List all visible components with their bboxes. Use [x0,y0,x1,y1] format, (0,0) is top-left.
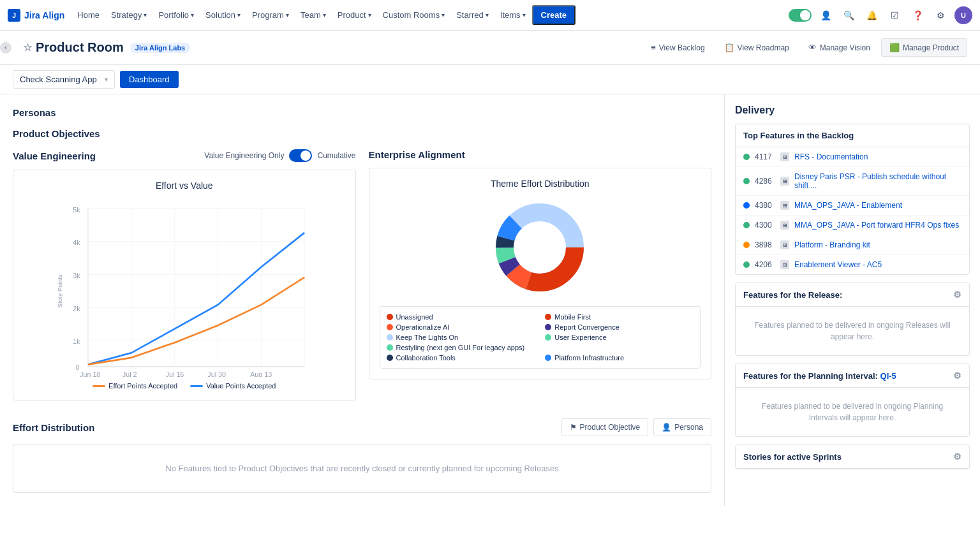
effort-legend-item: Effort Points Accepted [93,382,177,390]
feature-link-4206[interactable]: Enablement Viewer - AC5 [794,260,882,269]
nav-custom-rooms[interactable]: Custom Rooms ▾ [378,6,450,24]
effort-vs-value-chart-container: Effort vs Value 5k 4k 3k 2k 1k 0 [13,170,356,400]
feature-link-4286[interactable]: Disney Paris PSR - Publish schedule with… [794,172,961,190]
app-logo[interactable]: J Jira Align [8,9,64,22]
features-planning-card: Features for the Planning Interval: QI-5… [735,364,970,437]
app-dropdown[interactable]: Check Scanning App ▾ [13,70,115,89]
view-backlog-button[interactable]: ≡ View Backlog [642,38,713,57]
delivery-title: Delivery [735,105,970,116]
value-legend-label: Value Points Accepted [206,382,276,390]
feature-icon-4286: ⊞ [780,177,789,186]
svg-text:4k: 4k [73,239,80,246]
nav-portfolio[interactable]: Portfolio ▾ [153,6,199,24]
stories-sprints-title: Stories for active Sprints [743,452,842,462]
product-manage-icon: 🟩 [889,43,900,52]
feature-dot-4117 [743,154,750,160]
nav-items[interactable]: Items ▾ [495,6,531,24]
program-caret: ▾ [286,11,289,18]
feature-link-4300[interactable]: MMA_OPS_JAVA - Port forward HFR4 Ops fix… [794,221,959,230]
nav-team[interactable]: Team ▾ [295,6,331,24]
create-button[interactable]: Create [532,5,575,25]
logo-icon: J [8,9,20,22]
backlog-icon: ≡ [651,43,656,52]
value-engineering-toggle[interactable] [289,149,312,162]
product-objectives-section: Product Objectives [13,128,711,139]
enterprise-alignment-col: Enterprise Alignment Theme Effort Distri… [369,149,712,413]
effort-legend-label: Effort Points Accepted [108,382,177,390]
chart-title: Effort vs Value [24,180,345,191]
nav-home[interactable]: Home [72,6,105,24]
avatar[interactable]: U [954,6,972,24]
theme-distribution-title: Theme Effort Distribution [380,179,701,189]
persona-button[interactable]: 👤 Persona [653,418,711,436]
cumulative-label: Cumulative [317,151,355,160]
page-badge: Jira Align Labs [130,43,190,53]
manage-vision-button[interactable]: 👁 Manage Vision [800,38,879,57]
view-roadmap-button[interactable]: 📋 View Roadmap [716,38,798,57]
effort-distribution-title: Effort Distribution [13,422,94,433]
restyling-dot [387,344,393,351]
manage-product-button[interactable]: 🟩 Manage Product [881,38,967,57]
nav-program[interactable]: Program ▾ [247,6,294,24]
right-panel: Delivery Top Features in the Backlog 411… [725,94,980,506]
feature-dot-4380 [743,202,750,209]
page-title: ☆ Product Room [23,40,124,55]
help-icon[interactable]: ❓ [909,6,926,24]
product-objective-button[interactable]: ⚑ Product Objective [561,418,649,436]
top-navigation: J Jira Align Home Strategy ▾ Portfolio ▾… [0,0,980,31]
effort-empty-state: No Features tied to Product Objectives t… [13,444,711,493]
notifications-icon[interactable]: 🔔 [863,6,880,24]
planning-empty-state: Features planned to be delivered in ongo… [736,388,969,436]
feature-link-4117[interactable]: RFS - Documentation [794,152,868,161]
legend-collaboration-tools: Collaboration Tools [387,354,535,362]
legend-keep-lights-on: Keep The Lights On [387,334,535,341]
nav-product[interactable]: Product ▾ [332,6,376,24]
value-engineering-header: Value Engineering Value Engineering Only… [13,149,356,162]
toggle-circle [301,151,311,161]
feature-dot-4206 [743,261,750,268]
features-list: 4117 ⊞ RFS - Documentation 4286 ⊞ Disney… [736,147,969,274]
release-settings-icon[interactable]: ⚙ [953,290,961,300]
dashboard-button[interactable]: Dashboard [120,71,179,88]
feature-link-3898[interactable]: Platform - Branding kit [794,240,870,249]
nav-menu: Home Strategy ▾ Portfolio ▾ Solution ▾ P… [72,5,781,25]
team-caret: ▾ [323,11,326,18]
solution-caret: ▾ [237,11,241,18]
feature-link-4380[interactable]: MMA_OPS_JAVA - Enablement [794,201,902,210]
feature-icon-4300: ⊞ [780,221,789,230]
star-icon[interactable]: ☆ [23,41,32,54]
effort-vs-value-svg: 5k 4k 3k 2k 1k 0 Story Points [24,198,345,377]
collaboration-tools-dot [387,355,393,361]
collapse-button[interactable]: ‹ [0,42,11,54]
sprints-settings-icon[interactable]: ⚙ [953,452,961,462]
platform-infrastructure-dot [545,355,551,361]
search-icon[interactable]: 🔍 [840,6,858,24]
svg-text:Jul 2: Jul 2 [122,371,137,377]
main-content: Personas Product Objectives Value Engine… [0,94,980,506]
planning-settings-icon[interactable]: ⚙ [953,371,961,381]
user-experience-dot [545,334,551,341]
vision-icon: 👁 [808,43,817,52]
strategy-caret: ▾ [144,11,147,18]
mode-toggle[interactable] [789,9,812,22]
personas-title: Personas [13,107,711,118]
settings-icon[interactable]: ⚙ [932,6,949,24]
planning-interval-link[interactable]: QI-5 [880,371,896,381]
logo-text: Jira Align [24,10,64,20]
charts-row: Value Engineering Value Engineering Only… [13,149,711,413]
value-engineering-col: Value Engineering Value Engineering Only… [13,149,356,413]
value-legend-item: Value Points Accepted [190,382,276,390]
checklist-icon[interactable]: ☑ [886,6,903,24]
nav-solution[interactable]: Solution ▾ [200,6,246,24]
svg-text:Jul 30: Jul 30 [207,371,226,377]
feature-item-4286: 4286 ⊞ Disney Paris PSR - Publish schedu… [736,167,969,196]
stories-sprints-card: Stories for active Sprints ⚙ [735,444,970,469]
page-title-text: Product Room [36,40,124,55]
donut-legend: Unassigned Mobile First Operationalize A… [380,306,701,369]
page-container: ‹ ☆ Product Room Jira Align Labs ≡ View … [0,31,980,551]
nav-strategy[interactable]: Strategy ▾ [106,6,152,24]
chart-legend: Effort Points Accepted Value Points Acce… [24,382,345,390]
feature-icon-4380: ⊞ [780,201,789,210]
user-icon[interactable]: 👤 [817,6,835,24]
nav-starred[interactable]: Starred ▾ [451,6,494,24]
